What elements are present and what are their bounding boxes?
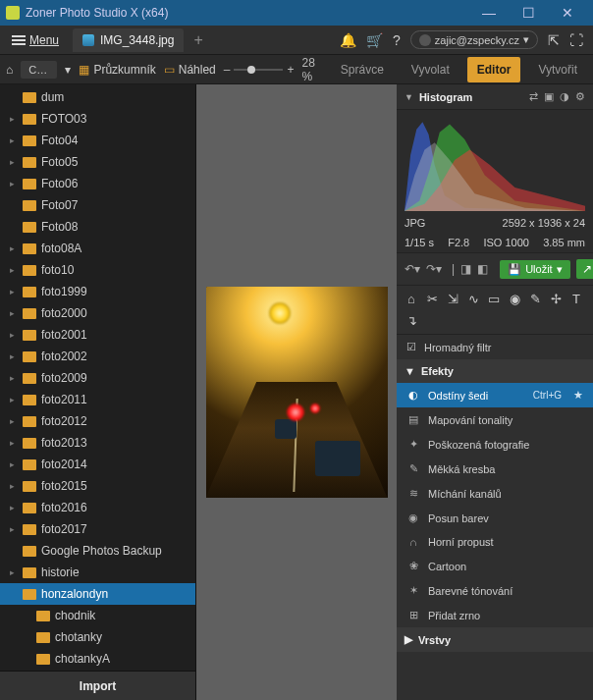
path-dropdown-icon[interactable]: ▾ xyxy=(65,63,71,77)
effect-po-kozen-fotografie[interactable]: ✦Poškozená fotografie xyxy=(397,432,593,457)
folder-icon xyxy=(23,222,36,233)
folder-label: historie xyxy=(41,565,80,579)
folder-chotankya[interactable]: chotankyA xyxy=(0,648,195,670)
zoom-out-icon[interactable]: – xyxy=(224,63,231,77)
folder-icon xyxy=(23,567,36,578)
folder-dum[interactable]: dum xyxy=(0,86,195,108)
menu-button[interactable]: Menu xyxy=(4,29,67,51)
tool-home-icon[interactable]: ⌂ xyxy=(404,292,418,306)
redo-icon[interactable]: ↷▾ xyxy=(426,262,442,276)
original-icon[interactable]: ◧ xyxy=(477,262,488,276)
tool-clone-icon[interactable]: ✢ xyxy=(549,292,563,306)
zoom-slider[interactable]: – + xyxy=(224,63,295,77)
folder-foto2011[interactable]: ▸foto2011 xyxy=(0,389,195,410)
folder-tree[interactable]: dum▸FOTO03▸Foto04▸Foto05▸Foto06Foto07Fot… xyxy=(0,84,195,671)
folder-foto04[interactable]: ▸Foto04 xyxy=(0,130,195,151)
folder-foto06[interactable]: ▸Foto06 xyxy=(0,173,195,194)
tool-text-icon[interactable]: T xyxy=(569,292,583,306)
folder-foto03[interactable]: ▸FOTO03 xyxy=(0,108,195,130)
folder-foto08a[interactable]: ▸foto08A xyxy=(0,238,195,259)
tool-crop-icon[interactable]: ✂ xyxy=(425,292,439,306)
folder-foto2017[interactable]: ▸foto2017 xyxy=(0,518,195,540)
share-button[interactable]: ↗ xyxy=(576,259,593,279)
batch-filter[interactable]: ☑ Hromadný filtr xyxy=(397,335,593,359)
effect-m-ch-n-kan-l-[interactable]: ≋Míchání kanálů xyxy=(397,481,593,506)
import-button[interactable]: Import xyxy=(0,671,195,700)
folder-foto2014[interactable]: ▸foto2014 xyxy=(0,454,195,475)
folder-foto2001[interactable]: ▸foto2001 xyxy=(0,324,195,346)
add-tab-button[interactable]: + xyxy=(193,31,202,49)
effects-header[interactable]: ▼ Efekty xyxy=(397,359,593,383)
cart-icon[interactable]: 🛒 xyxy=(366,32,383,48)
tool-select-icon[interactable]: ▭ xyxy=(487,292,501,306)
photo-preview[interactable] xyxy=(206,287,388,498)
histogram-opt3-icon[interactable]: ◑ xyxy=(560,90,569,103)
folder-chodnik[interactable]: chodnik xyxy=(0,605,195,626)
effect-m-kk-kresba[interactable]: ✎Měkká kresba xyxy=(397,457,593,481)
fullscreen-icon[interactable]: ⛶ xyxy=(569,32,583,48)
folder-foto2016[interactable]: ▸foto2016 xyxy=(0,497,195,518)
help-icon[interactable]: ? xyxy=(393,32,401,48)
folder-foto2012[interactable]: ▸foto2012 xyxy=(0,410,195,432)
effect-barevn-t-nov-n-[interactable]: ✶Barevné tónování xyxy=(397,578,593,603)
folder-foto2013[interactable]: ▸foto2013 xyxy=(0,432,195,454)
folder-chotanky[interactable]: chotanky xyxy=(0,626,195,648)
effect-cartoon[interactable]: ❀Cartoon xyxy=(397,554,593,578)
histogram-opt1-icon[interactable]: ⇄ xyxy=(529,90,538,103)
maximize-button[interactable]: ☐ xyxy=(509,0,548,26)
save-button[interactable]: 💾 Uložit ▾ xyxy=(500,260,570,279)
close-button[interactable]: ✕ xyxy=(548,0,587,26)
folder-google-photos-backup[interactable]: Google Photos Backup xyxy=(0,540,195,562)
folder-foto1999[interactable]: ▸foto1999 xyxy=(0,281,195,302)
minimize-button[interactable]: — xyxy=(469,0,509,26)
folder-foto2000[interactable]: ▸foto2000 xyxy=(0,302,195,324)
export-icon[interactable]: ⇱ xyxy=(548,32,560,48)
user-account[interactable]: zajic@zspecky.cz ▾ xyxy=(410,30,538,49)
star-icon[interactable]: ★ xyxy=(573,389,583,402)
folder-honzalondyn[interactable]: honzalondyn xyxy=(0,583,195,605)
folder-foto05[interactable]: ▸Foto05 xyxy=(0,151,195,173)
effect-p-idat-zrno[interactable]: ⊞Přidat zrno xyxy=(397,603,593,627)
effect-horn-propust[interactable]: ∩Horní propust xyxy=(397,530,593,554)
folder-label: Foto08 xyxy=(41,220,78,234)
folder-icon xyxy=(23,546,36,557)
browser-toggle[interactable]: ▦ Průzkumník xyxy=(79,63,155,77)
zoom-in-icon[interactable]: + xyxy=(287,63,294,77)
effect-icon: ◐ xyxy=(406,389,420,402)
undo-icon[interactable]: ↶▾ xyxy=(404,262,420,276)
mode-develop[interactable]: Vyvolat xyxy=(402,57,459,82)
layers-header[interactable]: ▶ Vrstvy xyxy=(397,627,593,652)
effect-odst-ny-edi[interactable]: ◐Odstíny šediCtrl+G★ xyxy=(397,383,593,407)
bell-icon[interactable]: 🔔 xyxy=(340,32,356,48)
preview-toggle[interactable]: ▭ Náhled xyxy=(164,63,216,77)
home-icon[interactable]: ⌂ xyxy=(6,63,13,77)
folder-label: chotanky xyxy=(55,630,102,644)
tool-more-icon[interactable]: ↴ xyxy=(404,313,418,328)
tool-curves-icon[interactable]: ∿ xyxy=(466,292,480,306)
effect-icon: ⊞ xyxy=(406,609,420,621)
tool-eye-icon[interactable]: ◉ xyxy=(508,292,521,306)
effect-icon: ✦ xyxy=(406,438,420,451)
histogram-settings-icon[interactable]: ⚙ xyxy=(575,90,585,103)
folder-foto2002[interactable]: ▸foto2002 xyxy=(0,346,195,367)
compare-icon[interactable]: ◨ xyxy=(460,262,471,276)
mode-editor[interactable]: Editor xyxy=(467,57,521,82)
document-tab[interactable]: IMG_3448.jpg xyxy=(73,28,184,52)
tool-brush-icon[interactable]: ✎ xyxy=(528,292,542,306)
path-breadcrumb[interactable]: C:\Users\Ponocni\Pi...\honzalondyn xyxy=(21,61,57,79)
folder-foto2009[interactable]: ▸foto2009 xyxy=(0,367,195,389)
mode-manager[interactable]: Správce xyxy=(331,57,394,82)
folder-icon xyxy=(23,135,36,146)
mode-create[interactable]: Vytvořit xyxy=(528,57,587,82)
folder-foto07[interactable]: Foto07 xyxy=(0,194,195,216)
histogram-opt2-icon[interactable]: ▣ xyxy=(544,90,554,103)
folder-foto08[interactable]: Foto08 xyxy=(0,216,195,238)
folder-historie[interactable]: ▸historie xyxy=(0,562,195,583)
effect-posun-barev[interactable]: ◉Posun barev xyxy=(397,506,593,530)
folder-foto10[interactable]: ▸foto10 xyxy=(0,259,195,281)
effect-mapov-n-tonality[interactable]: ▤Mapování tonality xyxy=(397,407,593,432)
preview-area[interactable] xyxy=(196,84,397,700)
histogram-header[interactable]: ▼ Histogram ⇄ ▣ ◑ ⚙ xyxy=(397,84,593,110)
tool-transform-icon[interactable]: ⇲ xyxy=(446,292,459,306)
folder-foto2015[interactable]: ▸foto2015 xyxy=(0,475,195,497)
